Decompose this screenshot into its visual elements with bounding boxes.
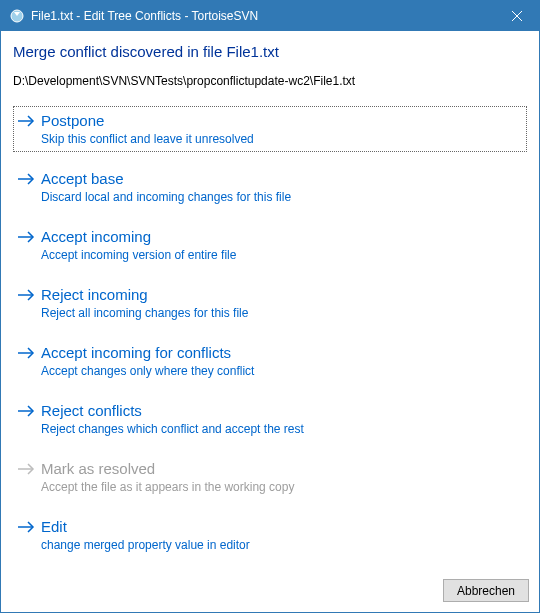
option-text: Mark as resolvedAccept the file as it ap…: [41, 460, 523, 494]
option-desc: Accept the file as it appears in the wor…: [41, 480, 523, 494]
option-desc: change merged property value in editor: [41, 538, 523, 552]
option-title: Accept incoming for conflicts: [41, 344, 523, 362]
option-title: Mark as resolved: [41, 460, 523, 478]
option-title: Reject conflicts: [41, 402, 523, 420]
option-desc: Accept changes only where they conflict: [41, 364, 523, 378]
arrow-right-icon: [17, 114, 37, 131]
app-icon: [9, 8, 25, 24]
option-desc: Reject all incoming changes for this fil…: [41, 306, 523, 320]
option-title: Edit: [41, 518, 523, 536]
cancel-button[interactable]: Abbrechen: [443, 579, 529, 602]
option-reject-incoming[interactable]: Reject incomingReject all incoming chang…: [13, 280, 527, 326]
option-accept-incoming[interactable]: Accept incomingAccept incoming version o…: [13, 222, 527, 268]
option-text: Reject incomingReject all incoming chang…: [41, 286, 523, 320]
option-edit[interactable]: Editchange merged property value in edit…: [13, 512, 527, 558]
option-text: PostponeSkip this conflict and leave it …: [41, 112, 523, 146]
arrow-right-icon: [17, 288, 37, 305]
option-desc: Accept incoming version of entire file: [41, 248, 523, 262]
option-title: Accept incoming: [41, 228, 523, 246]
option-desc: Reject changes which conflict and accept…: [41, 422, 523, 436]
option-desc: Skip this conflict and leave it unresolv…: [41, 132, 523, 146]
options-list: PostponeSkip this conflict and leave it …: [13, 106, 527, 571]
option-text: Accept incoming for conflictsAccept chan…: [41, 344, 523, 378]
file-path: D:\Development\SVN\SVNTests\propconflict…: [13, 74, 527, 88]
arrow-right-icon: [17, 520, 37, 537]
footer: Abbrechen: [1, 571, 539, 612]
titlebar: File1.txt - Edit Tree Conflicts - Tortoi…: [1, 1, 539, 31]
option-postpone[interactable]: PostponeSkip this conflict and leave it …: [13, 106, 527, 152]
arrow-right-icon: [17, 462, 37, 479]
page-heading: Merge conflict discovered in file File1.…: [13, 43, 527, 60]
close-button[interactable]: [494, 1, 539, 31]
option-accept-incoming-for-conflicts[interactable]: Accept incoming for conflictsAccept chan…: [13, 338, 527, 384]
option-title: Accept base: [41, 170, 523, 188]
arrow-right-icon: [17, 404, 37, 421]
option-text: Reject conflictsReject changes which con…: [41, 402, 523, 436]
option-text: Accept baseDiscard local and incoming ch…: [41, 170, 523, 204]
option-title: Postpone: [41, 112, 523, 130]
option-mark-as-resolved: Mark as resolvedAccept the file as it ap…: [13, 454, 527, 500]
option-accept-base[interactable]: Accept baseDiscard local and incoming ch…: [13, 164, 527, 210]
option-title: Reject incoming: [41, 286, 523, 304]
option-text: Accept incomingAccept incoming version o…: [41, 228, 523, 262]
option-text: Editchange merged property value in edit…: [41, 518, 523, 552]
content-area: Merge conflict discovered in file File1.…: [1, 31, 539, 571]
option-desc: Discard local and incoming changes for t…: [41, 190, 523, 204]
option-reject-conflicts[interactable]: Reject conflictsReject changes which con…: [13, 396, 527, 442]
arrow-right-icon: [17, 172, 37, 189]
arrow-right-icon: [17, 346, 37, 363]
arrow-right-icon: [17, 230, 37, 247]
window-title: File1.txt - Edit Tree Conflicts - Tortoi…: [31, 9, 494, 23]
